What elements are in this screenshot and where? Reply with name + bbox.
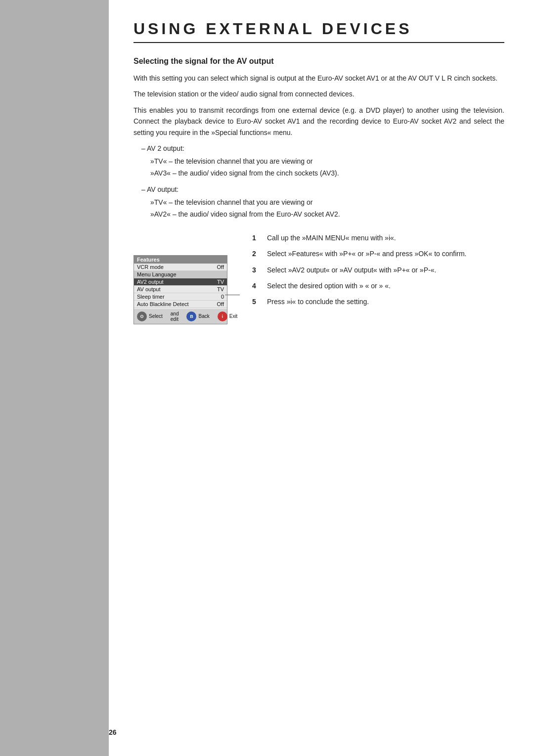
menu-value-av2: TV bbox=[217, 279, 224, 285]
menu-title-bar: Features bbox=[134, 256, 227, 264]
menu-label-av2: AV2 output bbox=[137, 279, 164, 285]
section-heading: Selecting the signal for the AV output bbox=[134, 57, 504, 66]
footer-edit-label: and edit bbox=[171, 311, 179, 322]
step-text-4: Select the desired option with » « or » … bbox=[267, 280, 504, 291]
menu-label-sleep: Sleep timer bbox=[137, 294, 165, 300]
step-number-4: 4 bbox=[252, 280, 263, 291]
bullet-item-2-0: »TV« – the television channel that you a… bbox=[150, 197, 504, 209]
menu-label-vcr: VCR mode bbox=[137, 264, 164, 270]
step-1: 1 Call up the »MAIN MENU« menu with »i«. bbox=[252, 232, 504, 243]
step-number-3: 3 bbox=[252, 265, 263, 275]
step-number-1: 1 bbox=[252, 232, 263, 243]
page-number: 26 bbox=[109, 728, 117, 736]
paragraph-1: With this setting you can select which s… bbox=[134, 73, 504, 84]
menu-row-blackline: Auto Blackline Detect Off bbox=[134, 301, 227, 308]
footer-select: ⊙ Select bbox=[137, 311, 163, 321]
step-text-3: Select »AV2 output« or »AV output« with … bbox=[267, 265, 504, 275]
paragraph-3: This enables you to transmit recordings … bbox=[134, 105, 504, 138]
exit-icon: i bbox=[218, 311, 227, 321]
menu-value-vcr: Off bbox=[217, 264, 224, 270]
footer-exit-label: Exit bbox=[229, 313, 238, 319]
steps-list: 1 Call up the »MAIN MENU« menu with »i«.… bbox=[252, 232, 504, 312]
back-icon: B bbox=[186, 311, 196, 321]
bullet-section-2: – AV output: »TV« – the television chann… bbox=[141, 184, 504, 220]
step-2: 2 Select »Features« with »P+« or »P-« an… bbox=[252, 248, 504, 259]
bullet-item-1-1: »AV3« – the audio/ video signal from the… bbox=[150, 168, 504, 179]
step-3: 3 Select »AV2 output« or »AV output« wit… bbox=[252, 265, 504, 275]
menu-footer: ⊙ Select and edit B Back i Exit bbox=[134, 309, 227, 324]
bullet-item-1-0: »TV« – the television channel that you a… bbox=[150, 156, 504, 168]
step-4: 4 Select the desired option with » « or … bbox=[252, 280, 504, 291]
menu-value-av: TV bbox=[217, 286, 224, 292]
menu-label-av: AV output bbox=[137, 286, 161, 292]
footer-back-label: Back bbox=[198, 313, 209, 319]
footer-edit: and edit bbox=[171, 311, 179, 322]
bullet-header-1: – AV 2 output: bbox=[141, 143, 504, 155]
page-title: USING EXTERNAL DEVICES bbox=[134, 20, 504, 43]
sidebar bbox=[0, 0, 109, 756]
step-number-2: 2 bbox=[252, 248, 263, 259]
menu-row-av2: AV2 output TV bbox=[134, 278, 227, 286]
step-text-5: Press »i« to conclude the setting. bbox=[267, 296, 504, 307]
joystick-icon-select: ⊙ bbox=[137, 311, 147, 321]
step-text-1: Call up the »MAIN MENU« menu with »i«. bbox=[267, 232, 504, 243]
bullet-section-1: – AV 2 output: »TV« – the television cha… bbox=[141, 143, 504, 179]
paragraph-2: The television station or the video/ aud… bbox=[134, 89, 504, 99]
connector-line bbox=[225, 295, 240, 295]
bullet-item-2-1: »AV2« – the audio/ video signal from the… bbox=[150, 209, 504, 221]
footer-back: B Back bbox=[186, 311, 209, 321]
menu-screenshot: Features VCR mode Off Menu Language AV2 … bbox=[134, 255, 227, 324]
menu-label-language: Menu Language bbox=[137, 271, 177, 277]
menu-value-blackline: Off bbox=[217, 301, 224, 307]
menu-row-language: Menu Language bbox=[134, 271, 227, 278]
menu-row-vcr: VCR mode Off bbox=[134, 264, 227, 271]
menu-value-sleep: 0 bbox=[221, 294, 224, 300]
step-5: 5 Press »i« to conclude the setting. bbox=[252, 296, 504, 307]
main-content: USING EXTERNAL DEVICES Selecting the sig… bbox=[109, 0, 534, 756]
step-number-5: 5 bbox=[252, 296, 263, 307]
bullet-header-2: – AV output: bbox=[141, 184, 504, 196]
footer-select-label: Select bbox=[149, 313, 163, 319]
menu-row-sleep: Sleep timer 0 bbox=[134, 293, 227, 301]
footer-exit: i Exit bbox=[218, 311, 238, 321]
menu-label-blackline: Auto Blackline Detect bbox=[137, 301, 189, 307]
menu-row-av: AV output TV bbox=[134, 286, 227, 293]
step-text-2: Select »Features« with »P+« or »P-« and … bbox=[267, 248, 504, 259]
